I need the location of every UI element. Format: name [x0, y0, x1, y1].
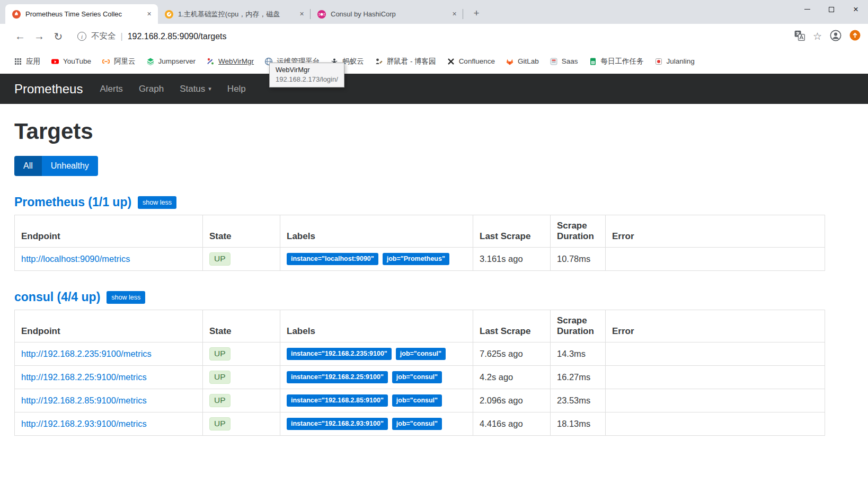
nav-alerts[interactable]: Alerts — [100, 84, 122, 94]
scrape-duration-value: 14.3ms — [551, 343, 606, 366]
bookmark-label: GitLab — [518, 57, 539, 65]
show-less-button[interactable]: show less — [107, 291, 145, 304]
column-header-scrape-duration: Scrape Duration — [551, 310, 606, 343]
bookmark-apps[interactable]: 应用 — [8, 54, 46, 69]
filter-unhealthy-button[interactable]: Unhealthy — [42, 156, 98, 176]
bookmark-label: 每日工作任务 — [601, 57, 644, 66]
tab-prometheus[interactable]: Prometheus Time Series Collec × — [5, 4, 158, 24]
browser-toolbar: ← → ↻ i 不安全 | 192.168.2.85:9090/targets … — [0, 24, 868, 49]
navbar-brand[interactable]: Prometheus — [14, 82, 83, 96]
minimize-button[interactable] — [795, 0, 819, 19]
last-scrape-value: 2.096s ago — [473, 389, 551, 412]
job-label-badge: job="Prometheus" — [383, 253, 449, 265]
last-scrape-value: 7.625s ago — [473, 343, 551, 366]
column-header-labels: Labels — [280, 310, 473, 343]
address-bar[interactable]: i 不安全 | 192.168.2.85:9090/targets — [77, 31, 789, 42]
column-header-scrape-duration: Scrape Duration — [551, 215, 606, 248]
maximize-button[interactable] — [819, 0, 844, 19]
endpoint-link[interactable]: http://192.168.2.25:9100/metrics — [21, 372, 147, 382]
window-close-button[interactable]: × — [844, 0, 868, 19]
job-heading-link[interactable]: Prometheus (1/1 up) — [14, 195, 131, 209]
webvirmgr-icon — [206, 57, 215, 66]
bookmark-confluence[interactable]: Confluence — [441, 55, 500, 68]
column-header-endpoint: Endpoint — [15, 215, 203, 248]
nav-link-label: Alerts — [100, 84, 122, 94]
minimize-icon — [804, 9, 810, 10]
error-value — [606, 389, 825, 412]
endpoint-link[interactable]: http://192.168.2.235:9100/metrics — [21, 349, 152, 358]
bookmark-label: Julanling — [667, 57, 695, 65]
job-label-badge: job="consul" — [396, 348, 446, 360]
job-heading-link[interactable]: consul (4/4 up) — [14, 290, 100, 304]
profile-avatar-icon[interactable] — [830, 30, 842, 43]
column-header-last-scrape: Last Scrape — [473, 310, 551, 343]
table-header-row: Endpoint State Labels Last Scrape Scrape… — [15, 215, 825, 248]
browser-update-icon[interactable] — [849, 30, 861, 43]
bookmark-label: Saas — [562, 57, 578, 65]
bookmark-saas[interactable]: Saas — [544, 55, 583, 68]
targets-table-prometheus: Endpoint State Labels Last Scrape Scrape… — [14, 215, 825, 271]
aliyun-icon — [102, 57, 110, 66]
scrape-duration-value: 16.27ms — [551, 366, 606, 389]
tab-title: 1.主机基础监控(cpu，内存，磁盘 — [178, 10, 293, 19]
page-info-icon[interactable]: i — [77, 32, 86, 41]
nav-status-dropdown[interactable]: Status▾ — [180, 84, 211, 94]
bookmark-daily-tasks[interactable]: 每日工作任务 — [583, 54, 649, 69]
show-less-button[interactable]: show less — [138, 196, 176, 209]
state-badge: UP — [209, 252, 231, 266]
tab-consul[interactable]: Consul by HashiCorp × — [311, 4, 463, 24]
bookmark-star-icon[interactable]: ☆ — [813, 30, 822, 42]
state-badge: UP — [209, 347, 231, 361]
state-badge: UP — [209, 371, 231, 384]
endpoint-link[interactable]: http://192.168.2.85:9100/metrics — [21, 396, 147, 405]
translate-icon[interactable] — [794, 30, 805, 43]
new-tab-button[interactable]: + — [468, 5, 484, 21]
tab-close-icon[interactable]: × — [145, 10, 154, 19]
chevron-down-icon: ▾ — [208, 85, 211, 92]
target-row: http://192.168.2.85:9100/metrics UP inst… — [15, 389, 825, 412]
target-filter-group: All Unhealthy — [14, 156, 98, 176]
scrape-duration-value: 18.13ms — [551, 412, 606, 436]
bookmark-jumpserver[interactable]: Jumpserver — [141, 55, 201, 68]
column-header-error: Error — [606, 215, 825, 248]
nav-graph[interactable]: Graph — [139, 84, 164, 94]
bookmark-cnblogs[interactable]: 胖鼠君 - 博客园 — [369, 54, 441, 69]
window-controls: × — [795, 0, 868, 19]
last-scrape-value: 4.416s ago — [473, 412, 551, 436]
tab-close-icon[interactable]: × — [297, 10, 306, 19]
tab-strip: Prometheus Time Series Collec × 1.主机基础监控… — [0, 0, 868, 24]
endpoint-link[interactable]: http://192.168.2.93:9100/metrics — [21, 419, 147, 428]
bookmark-aliyun[interactable]: 阿里云 — [96, 54, 141, 69]
tab-title: Consul by HashiCorp — [331, 10, 445, 18]
back-button[interactable]: ← — [11, 27, 30, 46]
jumpserver-layers-icon — [146, 57, 155, 66]
bookmarks-bar: 应用 YouTube 阿里云 Jumpserver WebVirMgr 运维管理… — [0, 49, 868, 74]
column-header-labels: Labels — [280, 215, 473, 248]
endpoint-link[interactable]: http://localhost:9090/metrics — [21, 254, 130, 264]
youtube-icon — [51, 57, 59, 66]
tab-close-icon[interactable]: × — [450, 10, 459, 19]
forward-button[interactable]: → — [30, 27, 49, 46]
tab-host-monitoring[interactable]: 1.主机基础监控(cpu，内存，磁盘 × — [158, 4, 311, 24]
refresh-button[interactable]: ↻ — [49, 27, 68, 46]
bookmark-label: 阿里云 — [114, 57, 136, 66]
omnibox-divider: | — [121, 32, 123, 41]
error-value — [606, 412, 825, 436]
filter-all-button[interactable]: All — [14, 156, 42, 176]
url-text[interactable]: 192.168.2.85:9090/targets — [128, 32, 227, 41]
monitoring-gauge-icon — [165, 10, 173, 19]
bookmark-label: 胖鼠君 - 博客园 — [387, 57, 436, 66]
saas-icon — [550, 57, 558, 66]
bookmark-webvirmgr[interactable]: WebVirMgr — [201, 55, 259, 68]
job-header-prometheus: Prometheus (1/1 up) show less — [14, 195, 854, 209]
page-title: Targets — [14, 119, 854, 144]
last-scrape-value: 4.2s ago — [473, 366, 551, 389]
nav-link-label: Status — [180, 84, 205, 94]
spreadsheet-icon — [589, 57, 597, 66]
bookmark-label: YouTube — [63, 57, 91, 65]
bookmark-julanling[interactable]: Julanling — [649, 55, 700, 68]
bookmark-gitlab[interactable]: GitLab — [500, 55, 544, 68]
last-scrape-value: 3.161s ago — [473, 248, 551, 271]
nav-help[interactable]: Help — [227, 84, 246, 94]
bookmark-youtube[interactable]: YouTube — [46, 55, 96, 68]
